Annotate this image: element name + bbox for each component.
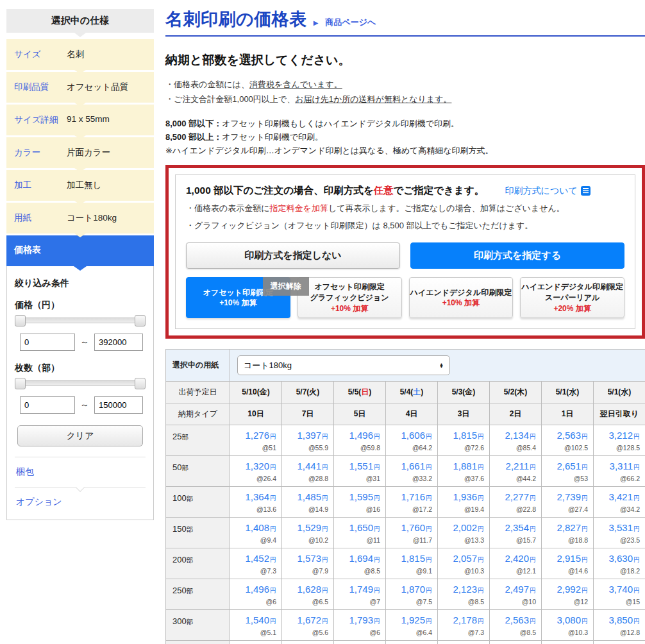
price-cell[interactable]: 2,992円@12 — [542, 579, 594, 610]
sidebar-item-options[interactable]: オプション — [15, 487, 146, 517]
price-cell[interactable]: 1,606円@64.2 — [386, 425, 438, 456]
print-method-option[interactable]: ハイエンドデジタル印刷限定スーパーリアル+20% 加算 — [520, 277, 624, 318]
price-cell[interactable]: 1,276円@51 — [230, 425, 282, 456]
qty-min-input[interactable] — [20, 396, 75, 414]
price-cell[interactable]: 3,960円 — [594, 641, 645, 644]
price-cell[interactable]: 1,441円@28.8 — [282, 456, 334, 487]
qty-range-slider[interactable] — [15, 380, 145, 386]
about-method-link[interactable]: 印刷方式について — [505, 185, 578, 196]
price-cell[interactable]: 2,563円@102.5 — [542, 425, 594, 456]
price-cell[interactable]: 1,716円@17.2 — [386, 487, 438, 518]
price-cell[interactable]: 1,672円@5.6 — [282, 610, 334, 641]
price-cell[interactable]: 1,925円@6.4 — [386, 610, 438, 641]
price-cell[interactable]: 1,650円@11 — [334, 518, 386, 548]
price-cell[interactable]: 1,320円@26.4 — [230, 456, 282, 487]
price-cell[interactable]: 1,980円 — [386, 641, 438, 644]
deselect-badge[interactable]: 選択解除 — [263, 277, 309, 296]
price-cell[interactable]: 3,740円@15 — [594, 579, 645, 610]
price-cell[interactable]: 3,080円@10.3 — [542, 610, 594, 641]
packing-link[interactable]: 梱包 — [16, 466, 34, 477]
price-max-input[interactable] — [94, 334, 143, 351]
spec-row[interactable]: 加工加工無し — [6, 170, 154, 201]
spec-row[interactable]: カラー片面カラー — [6, 137, 154, 168]
sidebar-item-price-table[interactable]: 価格表 — [6, 235, 154, 266]
price-cell[interactable]: 1,716円 — [282, 641, 334, 644]
price-cell[interactable]: 1,793円@6 — [334, 610, 386, 641]
qty-slider-handle-max[interactable] — [135, 378, 146, 389]
price-cell[interactable]: 2,178円@7.3 — [438, 610, 490, 641]
qty-max-input[interactable] — [94, 396, 143, 414]
price-cell[interactable]: 1,364円@13.6 — [230, 487, 282, 518]
no-method-button[interactable]: 印刷方式を指定しない — [186, 242, 400, 269]
price-cell[interactable]: 1,881円@37.6 — [438, 456, 490, 487]
price-cell[interactable]: 2,057円@10.3 — [438, 548, 490, 579]
price-cell[interactable]: 1,452円@7.3 — [230, 548, 282, 579]
price-cell[interactable]: 2,640円 — [490, 641, 542, 644]
price-cell[interactable]: 2,211円@44.2 — [490, 456, 542, 487]
price-cell[interactable]: 1,573円@7.9 — [282, 548, 334, 579]
price-cell[interactable]: 1,540円@5.1 — [230, 610, 282, 641]
spec-row[interactable]: サイズ名刺 — [6, 39, 154, 70]
price-cell[interactable]: 2,244円 — [438, 641, 490, 644]
choose-method-button[interactable]: 印刷方式を指定する — [410, 242, 624, 269]
price-cell[interactable]: 1,529円@10.2 — [282, 518, 334, 548]
paper-select[interactable]: コート180kg▲▼ — [237, 355, 450, 375]
price-cell[interactable]: 3,850円@12.8 — [594, 610, 645, 641]
spec-row[interactable]: 用紙コート180kg — [6, 203, 154, 233]
tax-link[interactable]: 消費税を含んでいます。 — [249, 80, 342, 89]
unit-price: @5.6 — [287, 629, 328, 636]
price-cell[interactable]: 1,815円@9.1 — [386, 548, 438, 579]
ship-date-cell: 5/7(火) — [282, 382, 334, 403]
product-page-link[interactable]: 商品ページへ — [325, 17, 376, 28]
price-cell[interactable]: 1,694円@8.5 — [334, 548, 386, 579]
price-cell[interactable]: 2,277円@22.8 — [490, 487, 542, 518]
print-method-option[interactable]: オフセット印刷限定グラフィックビジョン+10% 加算 — [297, 277, 402, 318]
price-cell[interactable]: 2,827円@18.8 — [542, 518, 594, 548]
price-cell[interactable]: 2,497円@10 — [490, 579, 542, 610]
options-link[interactable]: オプション — [16, 496, 62, 507]
price-cell[interactable]: 2,134円@85.4 — [490, 425, 542, 456]
price-cell[interactable]: 2,651円@53 — [542, 456, 594, 487]
price-cell[interactable]: 1,815円@72.6 — [438, 425, 490, 456]
price-cell[interactable]: 3,212円@128.5 — [594, 425, 645, 456]
spec-row[interactable]: サイズ詳細91 x 55mm — [6, 105, 154, 135]
spec-row[interactable]: 印刷品質オフセット品質 — [6, 72, 154, 103]
price-cell[interactable]: 3,630円@18.2 — [594, 548, 645, 579]
price-cell[interactable]: 1,661円@33.2 — [386, 456, 438, 487]
print-method-option[interactable]: ハイエンドデジタル印刷限定+10% 加算 — [409, 277, 514, 318]
price-slider-handle-min[interactable] — [15, 315, 26, 326]
price-slider-handle-max[interactable] — [135, 315, 146, 326]
price-cell[interactable]: 1,760円@11.7 — [386, 518, 438, 548]
price-cell[interactable]: 1,496円@6 — [230, 579, 282, 610]
qty-slider-handle-min[interactable] — [15, 378, 26, 389]
price-cell[interactable]: 2,420円@12.1 — [490, 548, 542, 579]
price-cell[interactable]: 1,584円 — [230, 641, 282, 644]
price-cell[interactable]: 1,496円@59.8 — [334, 425, 386, 456]
shipping-link[interactable]: お届け先1か所の送料が無料となります。 — [295, 94, 451, 104]
price-cell[interactable]: 1,628円@6.5 — [282, 579, 334, 610]
price-cell[interactable]: 1,870円@7.5 — [386, 579, 438, 610]
price-cell[interactable]: 3,311円@66.2 — [594, 456, 645, 487]
price-cell[interactable]: 1,485円@14.9 — [282, 487, 334, 518]
price-cell[interactable]: 2,354円@15.7 — [490, 518, 542, 548]
price-cell[interactable]: 3,421円@34.2 — [594, 487, 645, 518]
price-cell[interactable]: 1,749円@7 — [334, 579, 386, 610]
price-range-slider[interactable] — [15, 318, 145, 323]
option-surcharge: +20% 加算 — [553, 303, 591, 314]
price-cell[interactable]: 2,915円@14.6 — [542, 548, 594, 579]
price-cell[interactable]: 2,563円@8.5 — [490, 610, 542, 641]
price-cell[interactable]: 2,002円@13.3 — [438, 518, 490, 548]
clear-button[interactable]: クリア — [17, 425, 143, 446]
print-method-option[interactable]: オフセット印刷限定+10% 加算選択解除 — [186, 277, 290, 318]
price-cell[interactable]: 2,123円@8.5 — [438, 579, 490, 610]
price-min-input[interactable] — [20, 334, 75, 351]
price-cell[interactable]: 1,397円@55.9 — [282, 425, 334, 456]
price-cell[interactable]: 1,595円@16 — [334, 487, 386, 518]
price-cell[interactable]: 1,848円 — [334, 641, 386, 644]
price-cell[interactable]: 1,936円@19.4 — [438, 487, 490, 518]
price-cell[interactable]: 2,739円@27.4 — [542, 487, 594, 518]
price-cell[interactable]: 1,408円@9.4 — [230, 518, 282, 548]
price-cell[interactable]: 3,531円@23.5 — [594, 518, 645, 548]
price-cell[interactable]: 3,168円 — [542, 641, 594, 644]
price-cell[interactable]: 1,551円@31 — [334, 456, 386, 487]
